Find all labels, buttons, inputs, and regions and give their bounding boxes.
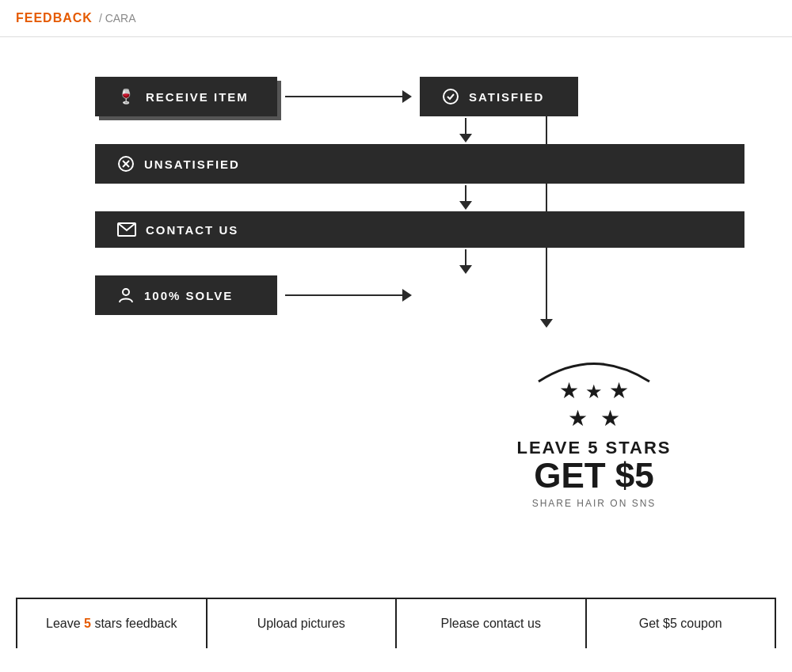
bottom-section: Leave 5 stars feedback Upload pictures P… — [16, 598, 776, 648]
get-5-text: GET $5 — [534, 458, 654, 493]
header: FEEDBACK / CARA — [0, 0, 792, 37]
main-content: 🍷 RECEIVE ITEM SATISFIED — [0, 37, 792, 347]
wine-icon: 🍷 — [117, 88, 136, 105]
star-5: ★ — [600, 405, 620, 431]
receive-item-box: 🍷 RECEIVE ITEM — [95, 77, 277, 116]
bottom-item-2: Upload pictures — [208, 599, 398, 648]
svg-point-0 — [444, 89, 458, 104]
feedback-label: FEEDBACK — [16, 11, 93, 25]
bottom-item-1: Leave 5 stars feedback — [16, 599, 208, 648]
bottom-label-2: Upload pictures — [257, 615, 345, 632]
satisfied-box: SATISFIED — [420, 77, 578, 116]
diagram-area: 🍷 RECEIVE ITEM SATISFIED — [48, 69, 744, 315]
star-1: ★ — [559, 378, 579, 404]
envelope-icon — [117, 222, 136, 237]
person-icon — [117, 287, 135, 304]
bottom-label-3: Please contact us — [441, 615, 541, 632]
contact-us-box: CONTACT US — [95, 211, 744, 248]
x-circle-icon — [117, 155, 135, 173]
bottom-item-3: Please contact us — [397, 599, 587, 648]
solve-box: 100% SOLVE — [95, 275, 277, 315]
stars-section: ★ ★ ★ ★ ★ LEAVE 5 STARS GET $5 SHARE HAI… — [483, 346, 705, 509]
check-icon — [442, 88, 459, 105]
share-hair-text: SHARE HAIR ON SNS — [532, 498, 657, 509]
star-2: ★ — [585, 381, 603, 404]
bottom-label-1: Leave 5 stars feedback — [46, 615, 177, 632]
unsatisfied-box: UNSATISFIED — [95, 144, 744, 184]
star-4: ★ — [568, 405, 588, 431]
star-3: ★ — [609, 378, 629, 404]
bottom-item-4: Get $5 coupon — [587, 599, 777, 648]
header-sub: / CARA — [99, 12, 136, 25]
svg-point-5 — [123, 289, 129, 295]
highlight-5: 5 — [84, 617, 91, 630]
bottom-label-4: Get $5 coupon — [639, 615, 722, 632]
